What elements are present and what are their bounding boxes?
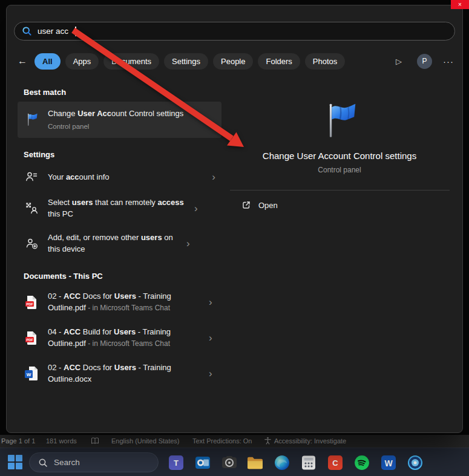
open-action[interactable]: Open [241,200,278,210]
back-button[interactable]: ← [15,53,30,69]
open-icon [241,200,251,210]
filter-tab-all[interactable]: All [34,53,61,70]
preview-title: Change User Account Control settings [263,151,416,161]
word-file-icon: W [24,365,39,381]
document-result-1[interactable]: PDF 02 - ACC Docs for Users - Training O… [18,285,221,319]
section-header-settings: Settings [24,150,221,159]
settings-result-remote-access[interactable]: Select users that can remotely access th… [18,192,221,224]
taskbar-search-label: Search [54,458,80,467]
word-status-bar: Page 1 of 1 181 words English (United St… [0,435,469,448]
calculator-icon[interactable] [300,454,316,471]
document-result-3[interactable]: W 02 - ACC Docs for Users - Training Out… [18,357,221,390]
divider [230,190,450,191]
result-title: 02 - ACC Docs for Users - Training Outli… [48,362,200,385]
results-list: Best match Change User Account Control s… [18,79,221,392]
outlook-icon[interactable] [194,454,211,471]
account-info-icon [24,169,39,184]
close-button[interactable]: × [451,0,469,9]
play-icon[interactable]: ▷ [392,53,406,69]
word-count[interactable]: 181 words [46,437,77,445]
profile-avatar[interactable]: P [417,54,432,69]
svg-text:W: W [27,372,31,377]
settings-result-your-account-info[interactable]: Your account info › [18,164,221,189]
more-options-button[interactable]: ··· [443,56,454,67]
filter-tab-people[interactable]: People [213,53,253,70]
uac-flag-icon [24,112,39,128]
add-user-icon [24,235,39,251]
accessibility-icon [264,437,272,446]
edge-icon[interactable] [274,454,290,471]
result-subtitle: Control panel [48,121,215,132]
filter-tab-documents[interactable]: Documents [103,53,159,70]
proofing-icon[interactable] [91,437,99,446]
result-title: Add, edit, or remove other users on this… [48,232,178,255]
filter-tab-folders[interactable]: Folders [258,53,300,70]
svg-text:C: C [332,458,338,468]
preview-subtitle: Control panel [318,166,361,174]
preview-pane: Change User Account Control settings Con… [221,83,458,428]
result-title: Your account info [48,171,203,183]
uac-flag-icon-large [320,101,359,141]
remote-access-icon [24,200,39,216]
chevron-right-icon[interactable]: › [194,203,198,214]
svg-text:PDF: PDF [26,337,33,341]
chevron-right-icon[interactable]: › [212,172,215,182]
filter-tab-photos[interactable]: Photos [305,53,345,70]
search-flyout: user acc ← All Apps Documents Settings P… [6,5,463,433]
language-indicator[interactable]: English (United States) [111,437,180,445]
taskbar: Search T [0,448,469,476]
chevron-right-icon[interactable]: › [209,297,212,307]
word-icon[interactable]: W [380,454,396,471]
start-button[interactable] [7,454,23,470]
spotify-icon[interactable] [353,454,370,471]
svg-text:PDF: PDF [26,302,33,305]
svg-text:T: T [174,458,179,468]
svg-text:W: W [384,458,393,468]
page-indicator[interactable]: Page 1 of 1 [1,437,35,445]
filter-tab-settings[interactable]: Settings [164,53,208,70]
section-header-best-match: Best match [24,88,221,97]
c-app-icon[interactable]: C [327,454,343,471]
pdf-file-icon: PDF [24,330,39,346]
text-cursor [75,27,76,36]
open-label: Open [258,201,278,210]
pdf-file-icon: PDF [24,295,39,310]
photos-icon[interactable] [407,454,423,471]
filter-bar: ← All Apps Documents Settings People Fol… [15,52,454,70]
result-title: Change User Account Control settings [48,108,215,119]
result-title: 04 - ACC Build for Users - Training Outl… [48,326,200,350]
chevron-right-icon[interactable]: › [209,333,212,343]
result-title: 02 - ACC Docs for Users - Training Outli… [48,290,200,314]
chevron-right-icon[interactable]: › [209,368,212,379]
search-icon [22,26,32,36]
document-result-2[interactable]: PDF 04 - ACC Build for Users - Training … [18,321,221,354]
result-title: Select users that can remotely access th… [48,197,186,220]
section-header-documents: Documents - This PC [24,272,221,281]
teams-icon[interactable]: T [168,454,184,471]
chevron-right-icon[interactable]: › [186,238,190,249]
settings-result-add-remove-users[interactable]: Add, edit, or remove other users on this… [18,227,221,259]
search-icon [38,458,48,468]
taskbar-search[interactable]: Search [29,452,159,472]
file-explorer-icon[interactable] [247,454,263,471]
best-match-result[interactable]: Change User Account Control settings Con… [18,102,221,138]
filter-tab-apps[interactable]: Apps [65,53,99,70]
text-predictions-indicator[interactable]: Text Predictions: On [192,437,252,445]
search-input[interactable]: user acc [14,22,455,41]
search-query-text: user acc [38,27,68,36]
accessibility-indicator[interactable]: Accessibility: Investigate [274,437,346,445]
camera-icon[interactable] [221,454,237,471]
